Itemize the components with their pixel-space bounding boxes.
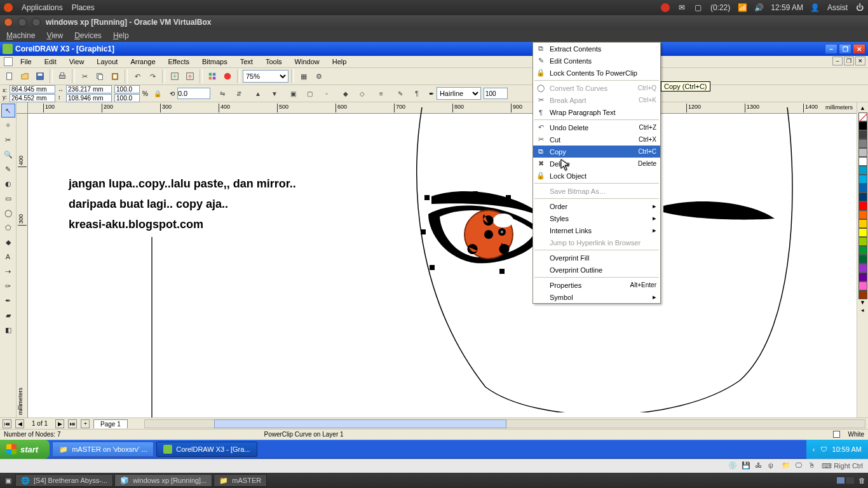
fill-tool[interactable]: ▰ (1, 308, 15, 322)
paste-button[interactable] (108, 69, 122, 83)
ctx-copy[interactable]: ⧉CopyCtrl+C (533, 146, 660, 158)
ruler-vertical[interactable]: millimeters 400300 (17, 114, 28, 417)
eyedropper-tool[interactable]: ✑ (1, 279, 15, 293)
xp-task-folder[interactable]: 📁 mASTER on 'vboxsrv' ... (52, 442, 154, 457)
vbox-menu-help[interactable]: Help (113, 31, 129, 40)
doc-close-button[interactable]: ✕ (855, 57, 865, 65)
vbox-menu-machine[interactable]: MMachineachine (6, 31, 35, 40)
page-last[interactable]: ⏭ (68, 419, 77, 428)
size-h-field[interactable] (66, 94, 112, 102)
swatch[interactable] (858, 255, 867, 264)
app-launcher-button[interactable] (205, 69, 219, 83)
network-icon[interactable]: 📶 (738, 3, 747, 12)
ubuntu-menu-places[interactable]: Places (72, 3, 95, 12)
palette-scroll-down[interactable]: ▼ (860, 299, 865, 307)
smartfill-tool[interactable]: ◐ (1, 177, 15, 191)
swatch[interactable] (858, 193, 867, 201)
trash-icon[interactable]: 🗑 (858, 477, 865, 484)
shape-tool[interactable]: ✧ (1, 118, 15, 132)
swatch-none[interactable] (858, 112, 867, 121)
ubuntu-menu-applications[interactable]: Applications (22, 3, 63, 12)
pick-tool[interactable]: ↖ (1, 104, 15, 118)
pos-y-field[interactable] (10, 94, 55, 102)
rotation-field[interactable] (177, 88, 210, 99)
ctx-cut[interactable]: ✂CutCtrl+X (533, 133, 660, 146)
page-add[interactable]: ＋ (81, 419, 90, 428)
ctx-edit-contents[interactable]: ✎Edit Contents (533, 55, 660, 67)
user-icon[interactable]: 👤 (811, 3, 820, 12)
ubuntu-user[interactable]: Assist (827, 3, 848, 12)
menu-file[interactable]: File (15, 57, 37, 67)
vbox-min-button[interactable] (18, 18, 27, 27)
sel-handle-bl[interactable] (430, 265, 435, 270)
swatch[interactable] (858, 290, 867, 299)
page-prev[interactable]: ◀ (15, 419, 24, 428)
swatch[interactable] (858, 246, 867, 255)
print-button[interactable] (55, 69, 69, 83)
cut-button[interactable]: ✂ (78, 69, 92, 83)
new-button[interactable] (3, 69, 17, 83)
ctx-internet-links[interactable]: Internet Links▸ (533, 224, 660, 236)
menu-effects[interactable]: Effects (163, 57, 194, 67)
undo-button[interactable]: ↶ (130, 69, 144, 83)
ubuntu-task-folder[interactable]: 📁mASTER (214, 474, 267, 487)
doc-min-button[interactable]: – (832, 57, 843, 65)
ctx-styles[interactable]: Styles▸ (533, 212, 660, 224)
menu-tools[interactable]: Tools (261, 57, 287, 67)
polygon-tool[interactable]: ⬠ (1, 220, 15, 234)
xp-start-button[interactable]: start (0, 440, 50, 459)
swatch[interactable] (858, 273, 867, 281)
options-button[interactable]: ⚙ (312, 69, 326, 83)
corel-min-button[interactable]: – (825, 44, 837, 54)
scale-x-field[interactable] (114, 85, 140, 93)
palette-flyout[interactable]: ◂ (861, 307, 864, 315)
swatch[interactable] (858, 175, 867, 184)
mail-icon[interactable]: ✉ (677, 3, 686, 12)
lock-ratio-button[interactable]: 🔒 (151, 86, 165, 100)
swatch[interactable] (858, 210, 867, 219)
vbox-network-icon[interactable]: 🖧 (755, 461, 764, 471)
vbox-optical-icon[interactable]: 💾 (742, 461, 751, 471)
hscroll-thumb[interactable] (214, 419, 506, 428)
swatch[interactable] (858, 228, 867, 237)
menu-layout[interactable]: Layout (92, 57, 123, 67)
corel-max-button[interactable]: ❐ (839, 44, 851, 54)
basic-shapes-tool[interactable]: ◆ (1, 235, 15, 249)
ubuntu-task-chrome[interactable]: 🌐[S4] Bretheran Abyss-... (15, 474, 113, 487)
convert-curves-button[interactable]: ✎ (393, 86, 407, 100)
ubuntu-task-vbox[interactable]: 🧊windows xp [Running]... (114, 474, 212, 487)
swatch[interactable] (858, 219, 867, 228)
ctx-wrap-text[interactable]: ¶Wrap Paragraph Text (533, 106, 660, 118)
menu-bitmaps[interactable]: Bitmaps (197, 57, 233, 67)
sel-handle-ml[interactable] (421, 229, 426, 234)
combine-button[interactable]: ◆ (339, 86, 353, 100)
sel-handle-tm[interactable] (473, 191, 478, 196)
swatch[interactable] (858, 130, 867, 139)
swatch[interactable] (858, 201, 867, 210)
ruler-origin[interactable] (17, 102, 28, 114)
sel-center-x[interactable]: × (498, 228, 506, 236)
ctx-properties[interactable]: PropertiesAlt+Enter (533, 279, 660, 291)
redo-button[interactable]: ↷ (146, 69, 159, 83)
text-tool[interactable]: A (1, 250, 15, 264)
pos-x-field[interactable] (10, 85, 55, 93)
wrap-text-button[interactable]: ¶ (410, 86, 424, 100)
ungroup-all-button[interactable]: ▫ (320, 86, 334, 100)
export-button[interactable] (183, 69, 197, 83)
menu-text[interactable]: Text (235, 57, 258, 67)
mirror-v-button[interactable]: ⇵ (232, 86, 246, 100)
ctx-undo[interactable]: ↶Undo DeleteCtrl+Z (533, 121, 660, 133)
swatch[interactable] (858, 121, 867, 130)
page-next[interactable]: ▶ (55, 419, 64, 428)
ctx-overprint-fill[interactable]: Overprint Fill (533, 252, 660, 264)
mirror-h-button[interactable]: ⇋ (215, 86, 229, 100)
to-back-button[interactable]: ▼ (268, 86, 281, 100)
vbox-shared-icon[interactable]: 📁 (782, 461, 791, 471)
vbox-menu-view[interactable]: View (46, 31, 63, 40)
outline-tool[interactable]: ✒ (1, 294, 15, 308)
swatch[interactable] (858, 281, 867, 290)
group-button[interactable]: ▣ (287, 86, 301, 100)
scale-y-field[interactable] (114, 94, 140, 102)
snap-button[interactable]: ▦ (297, 69, 311, 83)
swatch[interactable] (858, 148, 867, 157)
